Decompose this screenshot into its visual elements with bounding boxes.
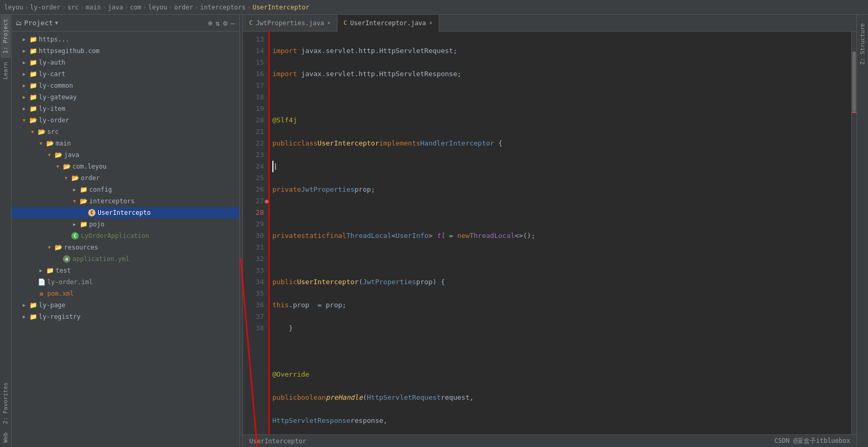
breadcrumb-item[interactable]: ly-order bbox=[30, 4, 60, 11]
collapse-arrow: ▼ bbox=[28, 129, 37, 134]
line-num: 17 bbox=[243, 80, 264, 91]
java-tab-icon: C bbox=[344, 19, 347, 26]
folder-icon: 📁 bbox=[79, 221, 88, 228]
breadcrumb-item[interactable]: interceptors bbox=[200, 4, 246, 11]
line-num: 29 bbox=[243, 219, 264, 230]
breadcrumb-sep: › bbox=[169, 4, 173, 11]
breadcrumb-item[interactable]: src bbox=[67, 4, 79, 11]
line-num: 13 bbox=[243, 34, 264, 45]
tree-label: order bbox=[81, 174, 100, 182]
tree-label: application.yml bbox=[72, 255, 129, 263]
tree-label: UserIntercepto bbox=[98, 209, 151, 216]
sort-icon[interactable]: ⇅ bbox=[216, 19, 220, 27]
code-line-22 bbox=[272, 253, 852, 265]
collapse-arrow: ▶ bbox=[70, 187, 79, 192]
collapse-arrow: ▶ bbox=[70, 222, 79, 227]
tree-label: ly-cart bbox=[39, 70, 66, 78]
left-side-tabs: 1: Project Learn 2: Favorites Web bbox=[0, 15, 12, 447]
code-editor: 13 14 15 16 17 18 19 20 21 22 23 24 25 2… bbox=[243, 32, 856, 434]
tab-user-interceptor[interactable]: C UserInterceptor.java × bbox=[337, 15, 439, 32]
tree-item-ly-order[interactable]: ▼ 📂 ly-order bbox=[12, 115, 239, 126]
breadcrumb-item[interactable]: com bbox=[130, 4, 142, 11]
breadcrumb-item[interactable]: main bbox=[86, 4, 101, 11]
code-line-21: private static final ThreadLocal<UserInf… bbox=[272, 230, 852, 242]
code-content[interactable]: import javax.servlet.http.HttpServletReq… bbox=[268, 32, 856, 434]
close-tab-icon[interactable]: × bbox=[429, 20, 432, 26]
tree-item-application-yml[interactable]: a application.yml bbox=[12, 253, 239, 265]
breadcrumb-sep: › bbox=[62, 4, 66, 11]
tree-item-ly-cart[interactable]: ▶ 📁 ly-cart bbox=[12, 68, 239, 80]
tree-item-interceptors[interactable]: ▼ 📂 interceptors bbox=[12, 195, 239, 207]
close-tab-icon[interactable]: × bbox=[327, 20, 331, 26]
tree-item-pom-xml[interactable]: m pom.xml bbox=[12, 288, 239, 299]
tree-label: config bbox=[89, 186, 112, 193]
tree-item-ly-page[interactable]: ▶ 📁 ly-page bbox=[12, 299, 239, 311]
iml-icon: 📄 bbox=[37, 278, 46, 286]
tree-item-ly-item[interactable]: ▶ 📁 ly-item bbox=[12, 103, 239, 115]
sidebar-tab-structure[interactable]: Z: Structure bbox=[858, 19, 867, 69]
tree-item-ly-order-app[interactable]: C LyOrderApplication bbox=[12, 230, 239, 242]
vertical-scrollbar[interactable] bbox=[851, 32, 856, 434]
scrollbar-error-mark bbox=[852, 112, 856, 113]
tree-item-src[interactable]: ▼ 📂 src bbox=[12, 126, 239, 138]
line-num: 20 bbox=[243, 115, 264, 126]
folder-icon: 📂 bbox=[70, 174, 80, 182]
collapse-arrow: ▶ bbox=[20, 83, 28, 88]
line-num: 26 bbox=[243, 184, 264, 195]
tree-item-https[interactable]: ▶ 📁 https... bbox=[12, 34, 239, 45]
sidebar-tab-learn[interactable]: Learn bbox=[1, 58, 10, 84]
tree-item-com-leyou[interactable]: ▼ 📂 com.leyou bbox=[12, 161, 239, 172]
tree-item-config[interactable]: ▶ 📁 config bbox=[12, 184, 239, 195]
java-app-icon: C bbox=[70, 232, 80, 240]
tree-item-ly-registry[interactable]: ▶ 📁 ly-registry bbox=[12, 311, 239, 323]
sidebar-tab-web[interactable]: Web bbox=[1, 428, 10, 447]
tree-item-main[interactable]: ▼ 📂 main bbox=[12, 138, 239, 149]
tree-item-ly-common[interactable]: ▶ 📁 ly-common bbox=[12, 80, 239, 91]
project-title: 🗂 Project ▼ bbox=[16, 19, 208, 27]
project-folder-icon: 🗂 bbox=[16, 19, 22, 27]
breadcrumb-item[interactable]: leyou bbox=[4, 4, 23, 11]
folder-icon: 📂 bbox=[79, 197, 88, 205]
file-tree: ▶ 📁 https... ▶ 📁 https≡github.com ▶ 📁 ly… bbox=[12, 32, 239, 447]
tree-item-ly-auth[interactable]: ▶ 📁 ly-auth bbox=[12, 57, 239, 68]
tree-label: interceptors bbox=[89, 197, 135, 205]
settings-icon[interactable]: ⚙ bbox=[223, 19, 227, 27]
line-num: 19 bbox=[243, 103, 264, 115]
tree-label: main bbox=[56, 140, 71, 147]
tree-item-test[interactable]: ▶ 📁 test bbox=[12, 265, 239, 276]
tab-jwt-properties[interactable]: C JwtProperties.java × bbox=[243, 15, 337, 32]
collapse-arrow: ▶ bbox=[20, 95, 28, 100]
tree-item-github[interactable]: ▶ 📁 https≡github.com bbox=[12, 45, 239, 57]
code-line-15 bbox=[272, 91, 852, 103]
add-icon[interactable]: ⊕ bbox=[208, 19, 212, 27]
bottom-bar: UserInterceptor CSDN @蓝盒子itbluebox bbox=[243, 434, 856, 447]
tree-item-resources[interactable]: ▼ 📂 resources bbox=[12, 242, 239, 253]
chevron-down-icon[interactable]: ▼ bbox=[55, 20, 58, 26]
breadcrumb-item[interactable]: leyou bbox=[149, 4, 167, 11]
scrollbar-thumb bbox=[852, 51, 856, 112]
tree-label: src bbox=[47, 128, 59, 136]
sidebar-tab-favorites[interactable]: 2: Favorites bbox=[1, 378, 10, 428]
collapse-arrow: ▶ bbox=[20, 303, 28, 308]
sidebar-tab-project[interactable]: 1: Project bbox=[1, 15, 10, 58]
breadcrumb-sep: › bbox=[25, 4, 28, 11]
line-num: 14 bbox=[243, 45, 264, 57]
tree-label: pom.xml bbox=[47, 290, 74, 297]
line-num: 23 bbox=[243, 149, 264, 161]
project-title-label: Project bbox=[24, 19, 53, 27]
tree-item-ly-gateway[interactable]: ▶ 📁 ly-gateway bbox=[12, 91, 239, 103]
tree-item-ly-order-iml[interactable]: 📄 ly-order.iml bbox=[12, 276, 239, 288]
folder-icon: 📂 bbox=[62, 163, 71, 170]
breadcrumb-item[interactable]: java bbox=[108, 4, 123, 11]
collapse-arrow: ▼ bbox=[62, 175, 70, 181]
breadcrumb-item[interactable]: order bbox=[174, 4, 193, 11]
tree-item-java[interactable]: ▼ 📂 java bbox=[12, 149, 239, 161]
tree-label: ly-order.iml bbox=[47, 278, 93, 286]
tree-label: java bbox=[64, 151, 79, 159]
tree-item-pojo[interactable]: ▶ 📁 pojo bbox=[12, 219, 239, 230]
minimize-icon[interactable]: — bbox=[231, 19, 235, 27]
breadcrumb-sep: › bbox=[124, 4, 128, 11]
tree-item-order[interactable]: ▼ 📂 order bbox=[12, 172, 239, 184]
tree-label: ly-common bbox=[39, 82, 73, 89]
tree-item-user-interceptor[interactable]: C UserIntercepto bbox=[12, 207, 239, 219]
